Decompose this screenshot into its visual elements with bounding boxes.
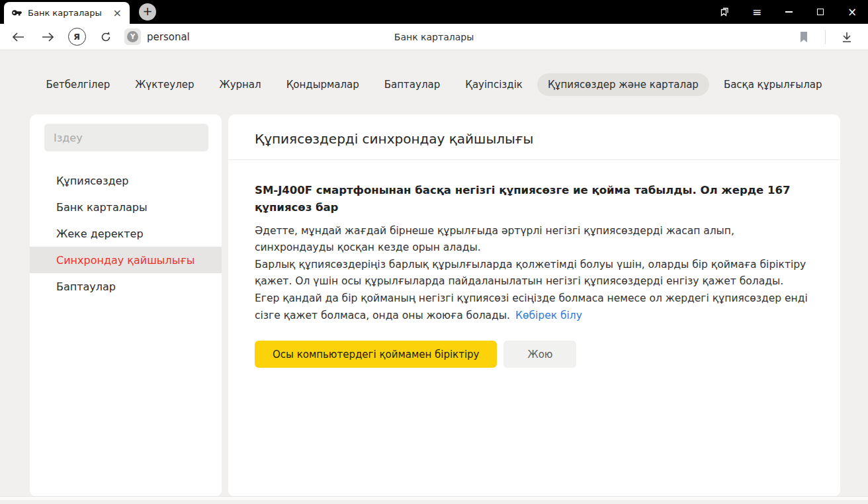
sidebar-item-label: Синхрондау қайшылығы xyxy=(56,254,195,267)
forward-button[interactable] xyxy=(33,24,62,50)
tab-settings[interactable]: Баптаулар xyxy=(374,73,451,96)
conflict-paragraph-2: Барлық құпиясөздеріңіз барлық құрылғылар… xyxy=(255,257,814,290)
sidebar-item-label: Баптаулар xyxy=(56,280,116,293)
back-arrow-icon xyxy=(12,32,25,42)
delete-vault-button[interactable]: Жою xyxy=(503,341,576,368)
sidebar-menu: Құпиясөздер Банк карталары Жеке деректер… xyxy=(30,167,222,300)
yandex-home-button[interactable]: Я xyxy=(62,24,91,50)
side-panels-button[interactable] xyxy=(709,0,741,24)
tab-close-icon[interactable]: × xyxy=(110,7,124,20)
minimize-button[interactable] xyxy=(773,0,804,24)
maximize-icon xyxy=(817,9,824,15)
menu-icon: ≡ xyxy=(752,5,761,19)
close-window-icon: × xyxy=(847,7,857,18)
key-favicon-icon xyxy=(12,8,22,19)
merge-vault-button[interactable]: Осы компьютердегі қоймамен біріктіру xyxy=(255,341,497,368)
tab-title: Банк карталары xyxy=(28,8,110,18)
refresh-button[interactable] xyxy=(91,24,120,50)
sidebar-item-label: Құпиясөздер xyxy=(56,175,128,187)
bookmark-icon xyxy=(799,31,808,43)
profile-avatar-icon: Y xyxy=(127,31,138,42)
navigation-toolbar: Банк карталары Я xyxy=(0,24,868,50)
profile-chip[interactable]: Y personal xyxy=(124,28,190,45)
learn-more-link[interactable]: Көбірек білу xyxy=(515,310,582,321)
panel-title: Құпиясөздерді синхрондау қайшылығы xyxy=(228,114,840,160)
toolbar-divider xyxy=(825,30,826,44)
minimize-icon xyxy=(785,11,793,13)
sidebar-item-passwords[interactable]: Құпиясөздер xyxy=(30,167,222,194)
sidebar-item-settings[interactable]: Баптаулар xyxy=(30,273,222,300)
settings-nav-tabs: Бетбелгілер Жүктеулер Журнал Қондырмалар… xyxy=(0,73,868,96)
protect-badge: Y xyxy=(124,28,141,45)
sidebar-item-bank-cards[interactable]: Банк карталары xyxy=(30,194,222,220)
conflict-paragraph-3: Егер қандай да бір қойманың негізгі құпи… xyxy=(255,290,814,324)
tab-history[interactable]: Журнал xyxy=(208,73,271,96)
sidebar-item-label: Банк карталары xyxy=(56,201,148,214)
maximize-button[interactable] xyxy=(804,0,836,24)
search-input[interactable] xyxy=(44,124,208,151)
tab-other-devices[interactable]: Басқа құрылғылар xyxy=(713,73,833,96)
tab-downloads[interactable]: Жүктеулер xyxy=(124,73,204,96)
tab-security[interactable]: Қауіпсіздік xyxy=(455,73,533,96)
close-window-button[interactable]: × xyxy=(836,0,868,24)
download-icon xyxy=(841,31,853,43)
refresh-icon xyxy=(100,31,112,43)
bookmark-button[interactable] xyxy=(789,24,818,50)
tab-passwords-and-cards[interactable]: Құпиясөздер және карталар xyxy=(537,73,709,96)
profile-name: personal xyxy=(147,31,190,43)
sidebar-item-label: Жеке деректер xyxy=(56,228,144,240)
browser-window: Банк карталары × + ≡ × Банк xyxy=(0,0,868,504)
sidebar-item-personal-data[interactable]: Жеке деректер xyxy=(30,220,222,247)
tab-bookmarks[interactable]: Бетбелгілер xyxy=(35,73,120,96)
settings-page: Бетбелгілер Жүктеулер Журнал Қондырмалар… xyxy=(0,51,868,500)
conflict-paragraph-1: Әдетте, мұндай жағдай бірнеше құрылғыда … xyxy=(255,223,814,257)
window-bottom-edge xyxy=(0,496,868,500)
back-button[interactable] xyxy=(4,24,33,50)
panels-icon xyxy=(720,7,730,17)
sync-conflict-panel: Құпиясөздерді синхрондау қайшылығы SM-J4… xyxy=(228,114,840,497)
browser-tab-bank-cards[interactable]: Банк карталары × xyxy=(4,2,130,24)
browser-menu-button[interactable]: ≡ xyxy=(741,0,773,24)
passwords-sidebar: Құпиясөздер Банк карталары Жеке деректер… xyxy=(30,114,222,497)
sidebar-item-sync-conflict[interactable]: Синхрондау қайшылығы xyxy=(30,247,222,273)
tab-bar: Банк карталары × + ≡ × xyxy=(0,0,868,24)
tab-extensions[interactable]: Қондырмалар xyxy=(276,73,370,96)
forward-arrow-icon xyxy=(41,32,54,42)
downloads-button[interactable] xyxy=(832,24,861,50)
yandex-logo-icon: Я xyxy=(68,28,86,46)
new-tab-button[interactable]: + xyxy=(139,3,156,21)
conflict-heading: SM-J400F смартфонынан басқа негізгі құпи… xyxy=(255,182,814,217)
